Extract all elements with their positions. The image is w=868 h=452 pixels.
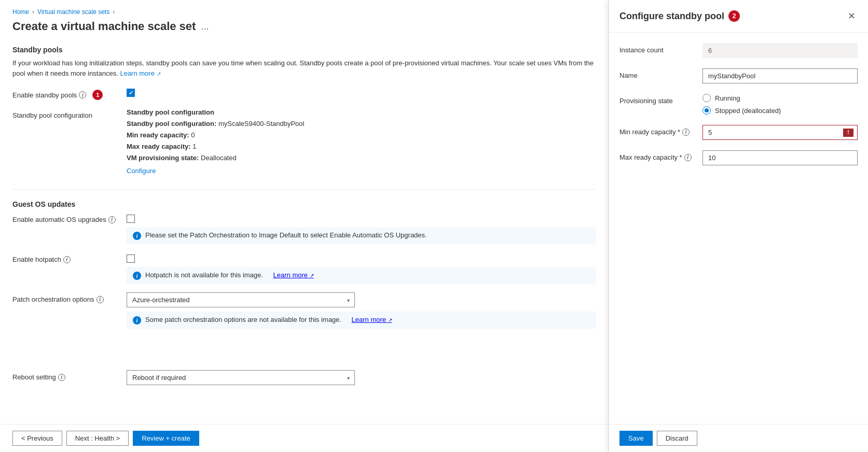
review-create-button[interactable]: Review + create [133, 431, 199, 446]
auto-upgrade-row: Enable automatic OS upgrades i i Please … [12, 213, 596, 244]
standby-config-row: Standby pool configuration Standby pool … [12, 108, 596, 175]
guest-os-heading: Guest OS updates [12, 200, 596, 208]
enable-standby-checkbox-wrapper[interactable] [127, 87, 596, 97]
instance-count-input [702, 43, 858, 58]
breadcrumb-sep-2: › [113, 8, 115, 16]
panel-badge: 2 [728, 10, 740, 22]
footer: < Previous Next : Health > Review + crea… [0, 424, 608, 452]
patch-learn-more[interactable]: Learn more ↗ [352, 316, 392, 323]
main-scroll: Home › Virtual machine scale sets › Crea… [0, 0, 608, 424]
radio-stopped[interactable]: Stopped (deallocated) [702, 106, 858, 115]
provisioning-control: Running Stopped (deallocated) [702, 94, 858, 115]
auto-upgrade-info-msg-icon: i [133, 232, 141, 240]
min-capacity-input[interactable] [702, 125, 858, 140]
enable-standby-label: Enable standby pools i 1 [12, 87, 127, 100]
standby-config-control: Standby pool configuration Standby pool … [127, 108, 596, 175]
provisioning-radio-group: Running Stopped (deallocated) [702, 94, 858, 115]
breadcrumb-home[interactable]: Home [12, 8, 29, 16]
configure-standby-panel: Configure standby pool 2 ✕ Instance coun… [609, 0, 868, 452]
instance-count-control [702, 43, 858, 58]
reboot-label: Reboot setting i [12, 370, 127, 381]
standby-pools-description: If your workload has long initialization… [12, 58, 596, 78]
guest-os-section: Guest OS updates Enable automatic OS upg… [12, 200, 596, 329]
auto-upgrade-checkbox-wrapper[interactable] [127, 213, 596, 223]
reboot-row: Reboot setting i Reboot if required Alwa… [12, 370, 596, 385]
page-title-row: Create a virtual machine scale set ... [12, 20, 596, 33]
patch-options-info-message: i Some patch orchestration options are n… [127, 312, 596, 329]
enable-standby-badge: 1 [92, 90, 103, 100]
config-box-title: Standby pool configuration [127, 108, 596, 116]
page-title: Create a virtual machine scale set [12, 20, 196, 33]
min-capacity-info-icon[interactable]: i [682, 129, 690, 136]
previous-button[interactable]: < Previous [12, 431, 62, 446]
panel-footer: Save Discard [609, 424, 868, 452]
min-capacity-row: Min ready capacity * i ! [619, 125, 858, 140]
max-capacity-info-icon[interactable]: i [684, 154, 692, 161]
reboot-select-wrapper: Reboot if required Always reboot Never r… [127, 370, 355, 385]
panel-close-button[interactable]: ✕ [846, 8, 858, 24]
reboot-control: Reboot if required Always reboot Never r… [127, 370, 596, 385]
patch-options-select-wrapper: Azure-orchestrated AutomaticByOS Manual … [127, 292, 355, 307]
save-button[interactable]: Save [619, 431, 653, 446]
breadcrumb-vmss[interactable]: Virtual machine scale sets [37, 8, 109, 16]
provisioning-label: Provisioning state [619, 94, 702, 105]
hotpatch-info-message: i Hotpatch is not available for this ima… [127, 267, 596, 284]
min-capacity-input-wrapper: ! [702, 125, 858, 140]
patch-options-row: Patch orchestration options i Azure-orch… [12, 292, 596, 329]
radio-stopped-label: Stopped (deallocated) [715, 107, 781, 115]
auto-upgrade-checkbox[interactable] [127, 215, 135, 223]
hotpatch-info-msg-icon: i [133, 272, 141, 280]
hotpatch-checkbox[interactable] [127, 255, 135, 263]
patch-options-label: Patch orchestration options i [12, 292, 127, 303]
hotpatch-checkbox-wrapper[interactable] [127, 252, 596, 263]
instance-count-row: Instance count [619, 43, 858, 58]
provisioning-row: Provisioning state Running Stopped (deal… [619, 94, 858, 115]
hotpatch-control: i Hotpatch is not available for this ima… [127, 252, 596, 284]
auto-upgrade-info-icon[interactable]: i [108, 216, 116, 223]
enable-standby-info-icon[interactable]: i [79, 91, 86, 98]
standby-pools-learn-more[interactable]: Learn more ↗ [120, 69, 160, 77]
radio-stopped-circle[interactable] [702, 106, 711, 115]
breadcrumb: Home › Virtual machine scale sets › [12, 8, 596, 16]
auto-upgrade-label: Enable automatic OS upgrades i [12, 213, 127, 223]
config-max-line: Max ready capacity: 1 [127, 141, 596, 152]
max-capacity-row: Max ready capacity * i [619, 150, 858, 165]
max-capacity-label: Max ready capacity * i [619, 150, 702, 161]
panel-body: Instance count Name Provisioning state R… [609, 33, 868, 424]
breadcrumb-sep-1: › [32, 8, 34, 16]
hotpatch-label: Enable hotpatch i [12, 252, 127, 263]
enable-standby-row: Enable standby pools i 1 [12, 87, 596, 100]
panel-title: Configure standby pool [619, 11, 724, 22]
radio-running-circle[interactable] [702, 94, 711, 102]
patch-options-select[interactable]: Azure-orchestrated AutomaticByOS Manual [127, 292, 355, 307]
patch-options-info-icon[interactable]: i [97, 296, 104, 303]
config-min-line: Min ready capacity: 0 [127, 130, 596, 141]
max-capacity-control [702, 150, 858, 165]
configure-link[interactable]: Configure [127, 167, 156, 175]
config-pool-name-line: Standby pool configuration: myScaleS9400… [127, 118, 596, 130]
page-title-ellipsis[interactable]: ... [201, 21, 209, 32]
enable-standby-control [127, 87, 596, 97]
reboot-select[interactable]: Reboot if required Always reboot Never r… [127, 370, 355, 385]
min-capacity-label: Min ready capacity * i [619, 125, 702, 136]
min-capacity-error-badge: ! [843, 129, 853, 137]
patch-options-control: Azure-orchestrated AutomaticByOS Manual … [127, 292, 596, 329]
patch-options-info-msg-icon: i [133, 316, 141, 324]
reboot-section: Reboot setting i Reboot if required Alwa… [12, 370, 596, 385]
hotpatch-info-icon[interactable]: i [63, 256, 71, 263]
standby-pools-section: Standby pools If your workload has long … [12, 46, 596, 175]
name-input[interactable] [702, 68, 858, 83]
panel-title-row: Configure standby pool 2 [619, 10, 740, 22]
max-capacity-input[interactable] [702, 150, 858, 165]
hotpatch-learn-more[interactable]: Learn more ↗ [273, 271, 314, 279]
enable-standby-checkbox[interactable] [127, 89, 135, 97]
name-row: Name [619, 68, 858, 83]
reboot-info-icon[interactable]: i [58, 374, 65, 381]
config-vm-state-line: VM provisioning state: Deallocated [127, 152, 596, 164]
auto-upgrade-info-message: i Please set the Patch Orchestration to … [127, 227, 596, 244]
discard-button[interactable]: Discard [657, 431, 697, 446]
radio-running[interactable]: Running [702, 94, 858, 102]
standby-config-label: Standby pool configuration [12, 108, 127, 119]
next-button[interactable]: Next : Health > [66, 431, 129, 446]
auto-upgrade-control: i Please set the Patch Orchestration to … [127, 213, 596, 244]
